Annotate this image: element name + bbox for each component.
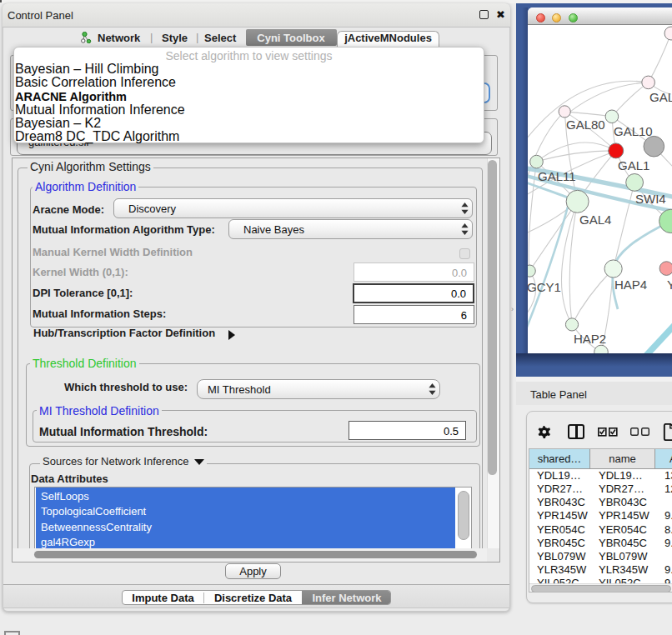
svg-text:Y: Y — [667, 278, 672, 292]
svg-text:GAL: GAL — [649, 90, 672, 104]
svg-text:HAP4: HAP4 — [614, 278, 647, 292]
svg-text:GAL10: GAL10 — [614, 124, 653, 138]
svg-text:GAL4: GAL4 — [579, 212, 611, 227]
svg-text:GAL1: GAL1 — [618, 158, 649, 172]
svg-text:GCY1: GCY1 — [528, 280, 561, 294]
svg-text:SWI4: SWI4 — [635, 192, 666, 206]
svg-text:GAL80: GAL80 — [566, 118, 605, 132]
svg-text:HAP2: HAP2 — [574, 332, 606, 346]
svg-text:GAL11: GAL11 — [538, 169, 576, 183]
